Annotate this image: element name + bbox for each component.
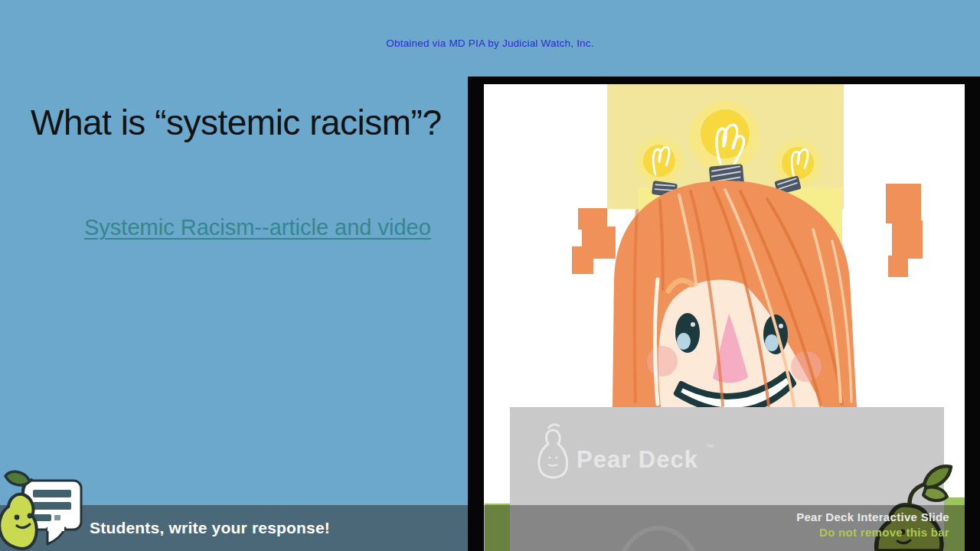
watermark-brand-text: Pear Deck [577,446,698,473]
girl-illustration: Pear Deck ™ [484,84,965,551]
watermark-trademark: ™ [706,442,714,452]
eye [675,313,700,353]
footer-warning-line: Do not remove this bar [796,525,949,540]
slide-stage: Obtained via MD PIA by Judicial Watch, I… [0,0,980,551]
provenance-caption: Obtained via MD PIA by Judicial Watch, I… [0,37,980,49]
resource-link[interactable]: Systemic Racism--article and video [84,215,431,240]
eye [763,315,788,354]
peardeck-footer: Pear Deck Interactive Slide Do not remov… [796,510,949,540]
footer-brand-line: Pear Deck Interactive Slide [796,510,949,525]
pear-mascot-icon [0,468,90,551]
embedded-image-frame: Pear Deck ™ [468,77,980,551]
response-prompt: Students, write your response! [90,505,330,551]
illustration-svg: Pear Deck ™ [484,84,965,551]
cheek-blush [647,346,678,377]
